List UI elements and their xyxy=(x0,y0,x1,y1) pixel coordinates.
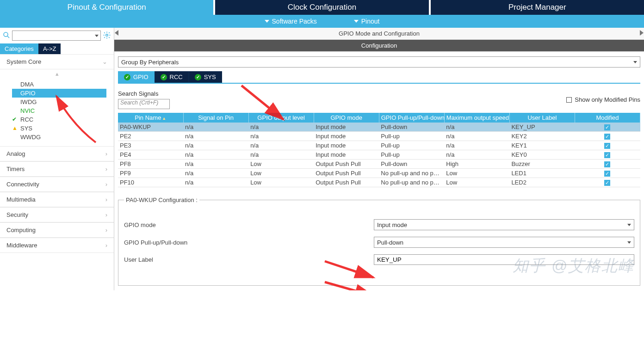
group-label: Multimedia xyxy=(6,196,36,203)
group-analog[interactable]: Analog› xyxy=(0,146,114,161)
col-pin-name[interactable]: Pin Name▲ xyxy=(118,113,183,123)
cell-speed: n/a xyxy=(444,132,509,141)
chevron-down-icon xyxy=(633,61,637,63)
cell-mode: Output Push Pull xyxy=(314,178,379,187)
tab-pinout-config[interactable]: Pinout & Configuration xyxy=(0,0,213,15)
col-mode[interactable]: GPIO mode xyxy=(314,113,379,123)
scroll-right-icon[interactable] xyxy=(639,28,644,38)
search-icon[interactable] xyxy=(3,31,10,40)
pin-config-legend: PA0-WKUP Configuration : xyxy=(124,197,199,203)
table-row[interactable]: PE4n/an/aInput modePull-upn/aKEY0✓ xyxy=(118,150,640,160)
check-icon: ✓ xyxy=(604,180,610,186)
chevron-right-icon: › xyxy=(105,150,107,157)
periph-tab-sys[interactable]: ✓SYS xyxy=(189,71,222,83)
col-level[interactable]: GPIO output level xyxy=(248,113,314,123)
rcc-label: RCC xyxy=(20,116,33,123)
pinout-menu[interactable]: Pinout xyxy=(354,18,380,25)
cell-modified: ✓ xyxy=(575,150,640,160)
sidebar-item-sys[interactable]: ▲SYS xyxy=(12,124,106,133)
search-signals-input[interactable]: Search (Crtl+F) xyxy=(118,99,170,109)
cell-level: Low xyxy=(248,169,314,178)
group-timers[interactable]: Timers› xyxy=(0,161,114,177)
check-icon: ✓ xyxy=(604,134,610,140)
group-security[interactable]: Security› xyxy=(0,207,114,222)
settings-gear-icon[interactable] xyxy=(103,31,111,41)
tab-project-manager[interactable]: Project Manager xyxy=(431,0,644,15)
cell-speed: Low xyxy=(444,169,509,178)
periph-tab-gpio[interactable]: ✓GPIO xyxy=(118,71,155,83)
sidebar-item-rcc[interactable]: ✔RCC xyxy=(12,115,106,124)
table-row[interactable]: PF10n/aLowOutput Push PullNo pull-up and… xyxy=(118,178,640,187)
table-row[interactable]: PF9n/aLowOutput Push PullNo pull-up and … xyxy=(118,169,640,178)
cell-modified: ✓ xyxy=(575,169,640,178)
sidebar-item-gpio[interactable]: GPIO xyxy=(12,89,106,98)
user-label-label: User Label xyxy=(124,256,235,263)
cell-pull: Pull-up xyxy=(379,132,444,141)
gpio-mode-select[interactable]: Input mode xyxy=(374,219,634,230)
tab-a-z[interactable]: A->Z xyxy=(38,43,61,54)
cell-speed: n/a xyxy=(444,123,509,132)
scroll-left-icon[interactable] xyxy=(114,28,119,38)
check-circle-icon: ✓ xyxy=(195,74,201,80)
tab-categories[interactable]: Categories xyxy=(0,43,38,54)
group-multimedia[interactable]: Multimedia› xyxy=(0,192,114,207)
col-signal[interactable]: Signal on Pin xyxy=(183,113,248,123)
sidebar-item-iwdg[interactable]: IWDG xyxy=(12,98,106,106)
group-middleware[interactable]: Middleware› xyxy=(0,238,114,253)
sidebar-item-dma[interactable]: DMA xyxy=(12,80,106,89)
software-packs-menu[interactable]: Software Packs xyxy=(265,18,317,25)
group-connectivity[interactable]: Connectivity› xyxy=(0,177,114,192)
chevron-right-icon: › xyxy=(105,211,107,218)
check-circle-icon: ✓ xyxy=(161,74,167,80)
sort-asc-icon: ▲ xyxy=(162,116,166,121)
cell-pin: PE3 xyxy=(118,141,183,150)
cell-signal: n/a xyxy=(183,123,248,132)
peripheral-search-combo[interactable] xyxy=(12,31,101,41)
tab-label: RCC xyxy=(170,74,183,80)
cell-mode: Output Push Pull xyxy=(314,160,379,169)
collapse-arrow-icon[interactable]: ▴ xyxy=(0,69,114,78)
sidebar-item-nvic[interactable]: NVIC xyxy=(12,106,106,115)
tab-label: SYS xyxy=(204,74,216,80)
cell-pull: Pull-down xyxy=(379,123,444,132)
cell-speed: n/a xyxy=(444,141,509,150)
cell-pull: No pull-up and no pull… xyxy=(379,169,444,178)
cell-mode: Input mode xyxy=(314,150,379,160)
svg-line-1 xyxy=(7,36,9,38)
cell-pin: PF9 xyxy=(118,169,183,178)
col-pull[interactable]: GPIO Pull-up/Pull-down xyxy=(379,113,444,123)
table-row[interactable]: PA0-WKUPn/an/aInput modePull-downn/aKEY_… xyxy=(118,123,640,132)
check-icon: ✓ xyxy=(604,171,610,177)
col-speed[interactable]: Maximum output speed xyxy=(444,113,509,123)
table-row[interactable]: PE3n/an/aInput modePull-upn/aKEY1✓ xyxy=(118,141,640,150)
cell-speed: n/a xyxy=(444,150,509,160)
panel-title: GPIO Mode and Configuration xyxy=(114,28,644,40)
cell-modified: ✓ xyxy=(575,178,640,187)
cell-label: KEY2 xyxy=(509,132,575,141)
cell-pull: Pull-up xyxy=(379,141,444,150)
gpio-pull-label: GPIO Pull-up/Pull-down xyxy=(124,239,235,246)
col-label[interactable]: User Label xyxy=(509,113,575,123)
pinout-label: Pinout xyxy=(361,18,380,25)
gpio-mode-label: GPIO mode xyxy=(124,221,235,228)
cell-level: n/a xyxy=(248,150,314,160)
cell-level: Low xyxy=(248,178,314,187)
sys-label: SYS xyxy=(20,125,32,132)
gpio-pull-select[interactable]: Pull-down xyxy=(374,237,634,248)
group-by-select[interactable]: Group By Peripherals xyxy=(118,56,640,68)
group-system-core[interactable]: System Core ⌄ xyxy=(0,54,114,69)
periph-tab-rcc[interactable]: ✓RCC xyxy=(155,71,189,83)
chevron-down-icon xyxy=(354,20,359,23)
user-label-input[interactable] xyxy=(374,254,634,265)
col-modified[interactable]: Modified xyxy=(575,113,640,123)
tab-clock-config[interactable]: Clock Configuration xyxy=(215,0,428,15)
cell-pin: PF8 xyxy=(118,160,183,169)
sidebar-item-wwdg[interactable]: WWDG xyxy=(12,133,106,141)
cell-pull: No pull-up and no pull… xyxy=(379,178,444,187)
cell-mode: Input mode xyxy=(314,132,379,141)
show-only-modified-checkbox[interactable]: Show only Modified Pins xyxy=(566,96,640,103)
check-icon: ✓ xyxy=(604,152,610,158)
table-row[interactable]: PF8n/aLowOutput Push PullPull-downHighBu… xyxy=(118,160,640,169)
table-row[interactable]: PE2n/an/aInput modePull-upn/aKEY2✓ xyxy=(118,132,640,141)
group-computing[interactable]: Computing› xyxy=(0,222,114,238)
